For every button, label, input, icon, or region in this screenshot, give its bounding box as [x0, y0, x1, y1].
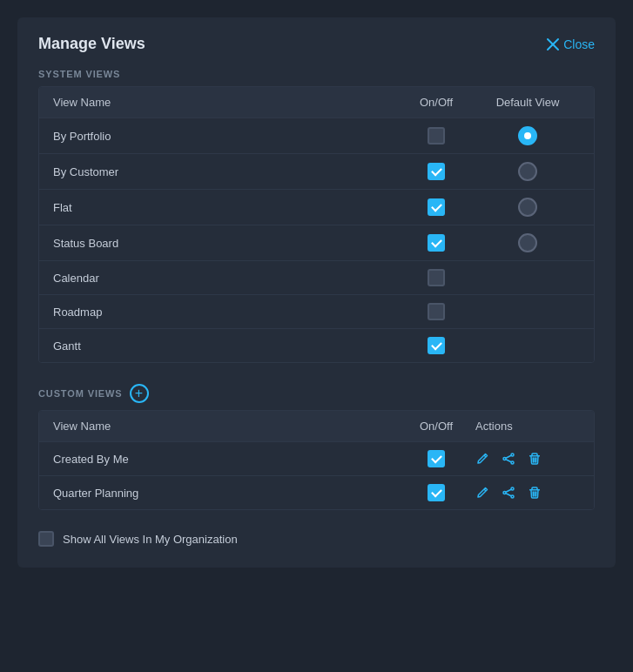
on-off-cell — [397, 337, 475, 354]
table-row: Quarter Planning — [39, 475, 594, 509]
on-off-cell — [397, 127, 475, 144]
checkbox-status-board[interactable] — [428, 234, 445, 252]
edit-icon[interactable] — [475, 452, 489, 466]
svg-point-3 — [511, 461, 514, 464]
svg-line-5 — [506, 455, 511, 458]
edit-icon[interactable] — [475, 486, 489, 500]
on-off-cell — [397, 234, 475, 252]
action-icons-created-by-me — [475, 452, 580, 466]
table-row: Status Board — [39, 225, 594, 260]
on-off-cell — [397, 198, 475, 216]
on-off-cell — [397, 450, 475, 467]
show-all-views-checkbox[interactable] — [38, 531, 54, 547]
table-row: By Customer — [39, 153, 594, 189]
col-view-name-custom: View Name — [53, 420, 397, 433]
svg-point-13 — [503, 492, 506, 494]
custom-views-table: View Name On/Off Actions Created By Me — [38, 410, 595, 510]
checkbox-calendar[interactable] — [428, 269, 445, 286]
custom-views-table-header: View Name On/Off Actions — [39, 411, 594, 441]
svg-point-4 — [503, 458, 506, 460]
svg-line-6 — [506, 460, 511, 462]
add-custom-view-button[interactable]: + — [130, 384, 149, 403]
row-name: Flat — [53, 201, 397, 214]
custom-views-label: CUSTOM VIEWS — [38, 388, 123, 399]
table-row: Calendar — [39, 260, 594, 294]
svg-line-15 — [506, 494, 511, 496]
default-cell — [475, 162, 580, 181]
radio-flat[interactable] — [518, 198, 537, 217]
close-button[interactable]: Close — [546, 37, 595, 51]
show-all-views-label: Show All Views In My Organization — [63, 533, 238, 546]
table-row: By Portfolio — [39, 118, 594, 153]
svg-point-11 — [511, 487, 514, 490]
row-name: Roadmap — [53, 306, 397, 319]
table-row: Flat — [39, 189, 594, 225]
on-off-cell — [397, 303, 475, 320]
checkbox-by-portfolio[interactable] — [428, 127, 445, 144]
row-name: Quarter Planning — [53, 487, 397, 500]
svg-point-2 — [511, 454, 514, 456]
modal-title: Manage Views — [38, 35, 145, 53]
col-view-name: View Name — [53, 96, 397, 109]
modal-header: Manage Views Close — [38, 35, 595, 53]
close-icon — [546, 37, 560, 51]
default-cell — [475, 198, 580, 217]
col-on-off: On/Off — [397, 96, 475, 109]
table-row: Roadmap — [39, 294, 594, 328]
row-name: By Portfolio — [53, 130, 397, 143]
checkbox-quarter-planning[interactable] — [428, 484, 445, 501]
radio-by-customer[interactable] — [518, 162, 537, 181]
row-name: Status Board — [53, 237, 397, 250]
system-views-label: SYSTEM VIEWS — [38, 69, 595, 79]
checkbox-gantt[interactable] — [428, 337, 445, 354]
radio-status-board[interactable] — [518, 233, 537, 252]
col-actions: Actions — [475, 420, 580, 433]
radio-by-portfolio[interactable] — [518, 126, 537, 145]
default-cell — [475, 126, 580, 145]
default-cell — [475, 233, 580, 252]
system-views-table: View Name On/Off Default View By Portfol… — [38, 86, 595, 363]
row-name: Created By Me — [53, 453, 397, 466]
on-off-cell — [397, 484, 475, 501]
delete-icon[interactable] — [528, 452, 542, 466]
share-icon[interactable] — [502, 452, 515, 466]
footer: Show All Views In My Organization — [38, 531, 595, 547]
col-default-view: Default View — [475, 96, 580, 109]
svg-point-12 — [511, 495, 514, 498]
action-icons-quarter-planning — [475, 486, 580, 500]
system-views-header: View Name On/Off Default View — [39, 87, 594, 118]
close-label: Close — [563, 37, 595, 51]
checkbox-by-customer[interactable] — [428, 163, 445, 180]
svg-line-14 — [506, 489, 511, 492]
on-off-cell — [397, 163, 475, 180]
share-icon[interactable] — [502, 486, 515, 500]
table-row: Gantt — [39, 328, 594, 362]
checkbox-created-by-me[interactable] — [428, 450, 445, 467]
manage-views-modal: Manage Views Close SYSTEM VIEWS View Nam… — [17, 17, 616, 568]
row-name: Gantt — [53, 339, 397, 353]
row-name: Calendar — [53, 272, 397, 285]
checkbox-roadmap[interactable] — [428, 303, 445, 320]
table-row: Created By Me — [39, 441, 594, 475]
delete-icon[interactable] — [528, 486, 542, 500]
checkbox-flat[interactable] — [428, 198, 445, 216]
col-on-off-custom: On/Off — [397, 420, 475, 433]
on-off-cell — [397, 269, 475, 286]
custom-views-header: CUSTOM VIEWS + — [38, 384, 595, 403]
row-name: By Customer — [53, 165, 397, 178]
